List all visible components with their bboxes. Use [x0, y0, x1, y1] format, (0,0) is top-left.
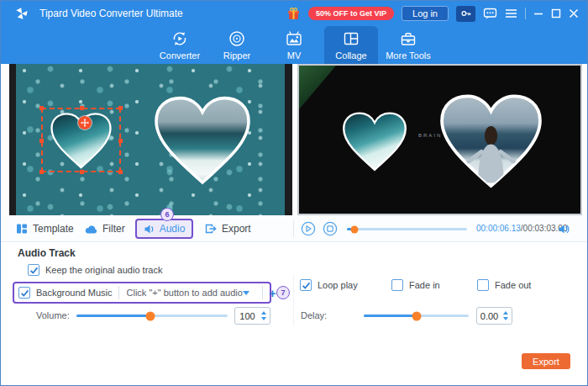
- fade-out-checkbox[interactable]: [477, 279, 489, 291]
- keep-original-checkbox[interactable]: [28, 264, 39, 276]
- audio-label: Audio: [160, 223, 186, 235]
- volume-value: 100: [235, 311, 260, 321]
- step-badge-7: 7: [276, 286, 290, 299]
- stop-button[interactable]: [323, 221, 338, 236]
- delay-knob[interactable]: [412, 311, 421, 320]
- volume-spinbox[interactable]: 100: [234, 307, 270, 325]
- playback-timeline-slider[interactable]: [347, 228, 467, 230]
- fade-in-row: Fade in: [391, 279, 440, 291]
- login-button[interactable]: Log in: [402, 6, 449, 21]
- tab-label: Ripper: [223, 50, 250, 61]
- volume-knob[interactable]: [146, 311, 155, 320]
- chevron-down-icon: [243, 291, 249, 295]
- tab-collage[interactable]: Collage: [324, 26, 378, 64]
- filter-icon: [85, 224, 97, 235]
- filter-tool[interactable]: Filter: [85, 215, 125, 242]
- background-music-checkbox[interactable]: [18, 287, 30, 299]
- volume-slider[interactable]: [76, 315, 228, 317]
- delay-value: 0.00: [477, 311, 501, 321]
- delay-stepper[interactable]: [501, 311, 512, 320]
- collage-toolbar: Template Filter Audio 6 Export: [1, 215, 587, 242]
- mv-icon: [285, 29, 303, 48]
- volume-label: Volume:: [36, 310, 70, 320]
- delay-spinbox[interactable]: 0.00: [476, 307, 512, 325]
- export-tab-icon: [204, 223, 217, 235]
- tab-label: MV: [287, 50, 302, 61]
- close-icon[interactable]: [569, 8, 579, 19]
- background-music-box: Background Music Click "+" button to add…: [13, 282, 271, 304]
- export-tab-label: Export: [222, 223, 251, 235]
- tab-label: More Tools: [386, 50, 431, 61]
- fade-out-label: Fade out: [495, 280, 531, 290]
- background-music-label: Background Music: [36, 288, 113, 298]
- loop-play-label: Loop play: [318, 280, 358, 290]
- preview-volume-icon[interactable]: [558, 223, 570, 238]
- audio-tool-active[interactable]: Audio: [135, 219, 193, 239]
- template-label: Template: [33, 223, 74, 235]
- resize-handle[interactable]: [80, 106, 84, 110]
- fade-in-checkbox[interactable]: [391, 279, 403, 291]
- divider: [262, 286, 263, 299]
- minimize-icon[interactable]: [533, 8, 543, 19]
- section-title: Audio Track: [18, 247, 76, 259]
- video-preview-panel[interactable]: BRAIN: [297, 64, 582, 215]
- title-bar: Tipard Video Converter Ultimate 50% OFF …: [1, 1, 587, 26]
- move-handle[interactable]: [78, 116, 92, 130]
- playhead-knob[interactable]: [350, 225, 358, 233]
- toolbox-icon: [399, 29, 417, 48]
- vip-offer-badge[interactable]: 50% OFF to Get VIP: [308, 7, 394, 20]
- audio-track-panel: Audio Track Keep the original audio trac…: [1, 242, 587, 385]
- resize-handle[interactable]: [39, 139, 44, 143]
- volume-stepper[interactable]: [260, 311, 270, 320]
- filter-label: Filter: [102, 223, 125, 235]
- video-corner-graphic: [299, 66, 336, 109]
- app-window: Tipard Video Converter Ultimate 50% OFF …: [0, 0, 588, 386]
- audio-speaker-icon: [144, 224, 155, 235]
- play-button[interactable]: [301, 221, 316, 236]
- export-tool[interactable]: Export: [204, 215, 251, 242]
- register-key-icon[interactable]: [456, 6, 475, 22]
- collage-edit-canvas[interactable]: [9, 64, 292, 215]
- current-time: 00:00:06.13: [476, 224, 521, 233]
- resize-handle[interactable]: [39, 106, 44, 110]
- divider: [118, 286, 119, 299]
- gift-icon[interactable]: [286, 7, 301, 21]
- preview-heart-small: [341, 109, 408, 175]
- preview-heart-large: [438, 91, 544, 193]
- panel-divider: [293, 274, 294, 326]
- tab-label: Converter: [160, 50, 200, 61]
- loop-play-checkbox[interactable]: [300, 279, 312, 291]
- fade-out-row: Fade out: [477, 279, 531, 291]
- tab-more-tools[interactable]: More Tools: [381, 26, 435, 64]
- export-button[interactable]: Export: [522, 353, 570, 369]
- keep-original-row: Keep the original audio track: [28, 264, 162, 276]
- keep-original-label: Keep the original audio track: [45, 265, 162, 275]
- app-title: Tipard Video Converter Ultimate: [39, 8, 183, 19]
- converter-icon: [171, 29, 189, 48]
- tab-ripper[interactable]: Ripper: [210, 26, 264, 64]
- collage-cell-heart-large[interactable]: [150, 95, 255, 188]
- resize-handle[interactable]: [118, 170, 123, 174]
- tab-converter[interactable]: Converter: [153, 26, 207, 64]
- dropdown-value: Click "+" button to add audio: [127, 288, 243, 298]
- tab-mv[interactable]: MV: [267, 26, 321, 64]
- loop-play-row: Loop play: [300, 279, 358, 291]
- audio-file-dropdown[interactable]: Click "+" button to add audio: [125, 284, 256, 301]
- resize-handle[interactable]: [118, 106, 123, 110]
- resize-handle[interactable]: [39, 170, 44, 174]
- toolbar-divider: [293, 220, 294, 237]
- delay-slider[interactable]: [364, 315, 469, 317]
- move-arrows-icon: [81, 119, 89, 127]
- playback-time: 00:00:06.13/00:03:03.00: [476, 224, 567, 233]
- feedback-chat-icon[interactable]: [483, 8, 497, 20]
- template-tool[interactable]: Template: [16, 215, 74, 242]
- preview-area: BRAIN: [1, 64, 587, 215]
- add-audio-button[interactable]: +: [269, 286, 276, 300]
- menu-hamburger-icon[interactable]: [505, 8, 517, 19]
- tipard-logo-icon: [14, 6, 29, 21]
- ripper-icon: [228, 29, 246, 48]
- delay-label: Delay:: [301, 310, 327, 320]
- resize-handle[interactable]: [118, 139, 123, 143]
- fade-in-label: Fade in: [409, 280, 440, 290]
- maximize-icon[interactable]: [551, 8, 561, 19]
